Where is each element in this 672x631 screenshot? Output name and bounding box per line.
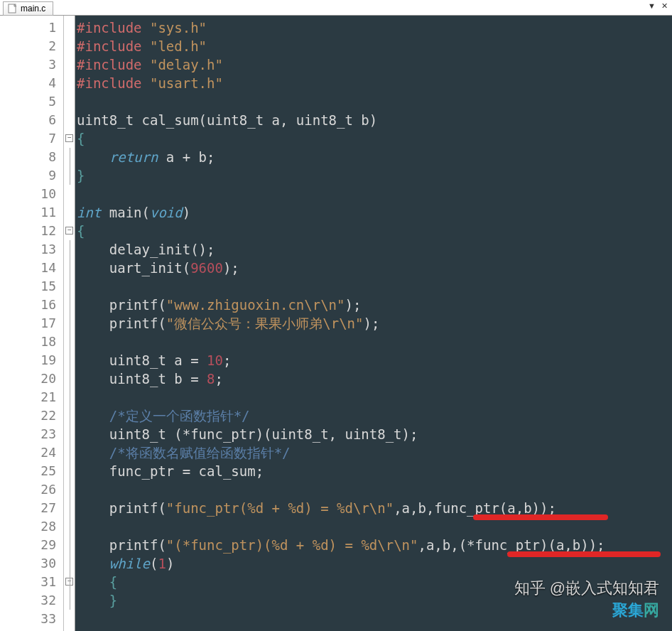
line-number: 17: [0, 314, 63, 333]
line-number: 19: [0, 351, 63, 370]
line-number: 28: [0, 517, 63, 536]
code-line: uint8_t a = 10;: [75, 351, 672, 370]
code-line: uint8_t b = 8;: [75, 370, 672, 388]
code-line: [75, 610, 672, 628]
code-line: [75, 92, 672, 111]
line-number: 27: [0, 499, 63, 517]
line-number: 8: [0, 148, 63, 166]
fold-toggle-icon[interactable]: −: [65, 227, 73, 234]
line-number: 14: [0, 259, 63, 277]
code-line: uart_init(9600);: [75, 259, 672, 277]
line-number: 2: [0, 37, 63, 55]
code-line: return a + b;: [75, 148, 672, 166]
line-number: 33: [0, 610, 63, 628]
line-number: 15: [0, 277, 63, 296]
line-number: 31: [0, 573, 63, 591]
c-file-icon: [8, 4, 18, 14]
code-line: [75, 480, 672, 499]
line-number: 30: [0, 554, 63, 573]
line-number: 1: [0, 18, 63, 37]
editor: 1 2 3 4 5 6 7 8 9 10 11 12 13 14 15 16 1…: [0, 16, 672, 631]
line-number: 21: [0, 388, 63, 406]
code-line: #include "usart.h": [75, 74, 672, 92]
code-line: printf("微信公众号：果果小师弟\r\n");: [75, 314, 672, 333]
line-number: 32: [0, 591, 63, 610]
line-number: 7: [0, 129, 63, 148]
line-number: 22: [0, 406, 63, 425]
tab-controls: ▼ ✕: [646, 1, 669, 11]
line-number: 25: [0, 462, 63, 480]
code-line: [75, 277, 672, 296]
tab-label: main.c: [21, 4, 45, 14]
code-line: /*将函数名赋值给函数指针*/: [75, 443, 672, 462]
code-line: /*定义一个函数指针*/: [75, 406, 672, 425]
code-line: #include "led.h": [75, 37, 672, 55]
code-line: {: [75, 129, 672, 148]
code-line: int main(void): [75, 203, 672, 222]
line-number: 5: [0, 92, 63, 111]
line-number: 16: [0, 296, 63, 314]
code-line: delay_init();: [75, 240, 672, 259]
code-line: printf("www.zhiguoxin.cn\r\n");: [75, 296, 672, 314]
tab-bar: main.c ▼ ✕: [0, 0, 672, 16]
line-number: 26: [0, 480, 63, 499]
line-number: 9: [0, 166, 63, 185]
fold-toggle-icon[interactable]: −: [65, 134, 73, 142]
line-number: 20: [0, 370, 63, 388]
line-number: 10: [0, 185, 63, 203]
line-number: 11: [0, 203, 63, 222]
code-area[interactable]: #include "sys.h" #include "led.h" #inclu…: [75, 16, 672, 631]
annotation-underline: [507, 551, 661, 557]
line-number: 29: [0, 536, 63, 554]
fold-margin: − − −: [64, 16, 75, 631]
code-line: uint8_t (*func_ptr)(uint8_t, uint8_t);: [75, 425, 672, 443]
line-number-gutter: 1 2 3 4 5 6 7 8 9 10 11 12 13 14 15 16 1…: [0, 16, 64, 631]
line-number: 4: [0, 74, 63, 92]
code-line: #include "sys.h": [75, 18, 672, 37]
code-line: uint8_t cal_sum(uint8_t a, uint8_t b): [75, 111, 672, 129]
line-number: 18: [0, 333, 63, 351]
tab-dropdown-icon[interactable]: ▼: [646, 1, 657, 11]
code-line: #include "delay.h": [75, 55, 672, 74]
watermark-site: 聚集网: [612, 600, 659, 621]
code-line: func_ptr = cal_sum;: [75, 462, 672, 480]
line-number: 13: [0, 240, 63, 259]
line-number: 6: [0, 111, 63, 129]
code-line: [75, 333, 672, 351]
line-number: 12: [0, 222, 63, 240]
file-tab-main-c[interactable]: main.c: [3, 1, 53, 16]
line-number: 3: [0, 55, 63, 74]
line-number: 23: [0, 425, 63, 443]
code-line: [75, 388, 672, 406]
code-line: {: [75, 222, 672, 240]
watermark-zhihu: 知乎 @嵌入式知知君: [514, 578, 659, 599]
code-line: }: [75, 166, 672, 185]
line-number: 24: [0, 443, 63, 462]
annotation-underline: [473, 514, 608, 520]
code-line: [75, 185, 672, 203]
tab-close-icon[interactable]: ✕: [660, 1, 669, 11]
